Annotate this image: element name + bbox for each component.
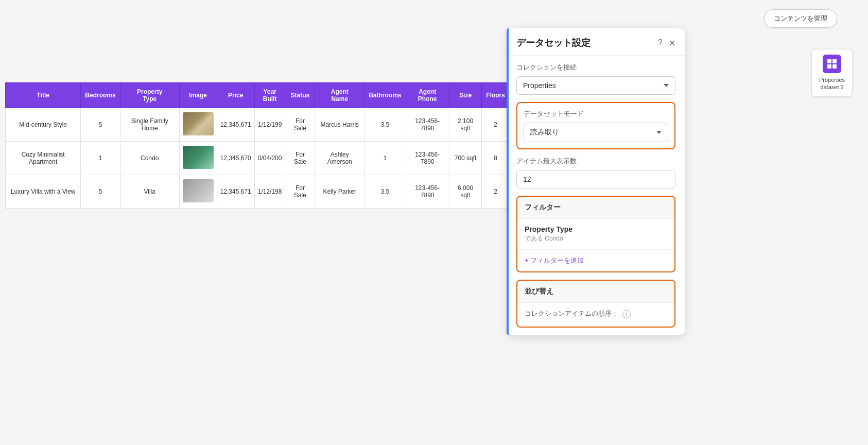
dataset-icon[interactable]: Properties dataset 2 [811, 49, 853, 97]
dataset-icon-image [823, 55, 841, 73]
table-container: Title Bedrooms PropertyType Image Price … [5, 82, 510, 209]
svg-rect-0 [827, 59, 831, 63]
cell-bedrooms: 5 [81, 108, 120, 142]
sort-body: コレクションアイテムの順序： i [517, 303, 674, 327]
mode-dropdown[interactable]: 読み取り [524, 123, 668, 142]
filter-condition-value: である Condo [525, 234, 667, 243]
col-floors: Floors [482, 83, 510, 108]
cell-property-type: Condo [120, 142, 179, 175]
col-agent-phone: AgentPhone [406, 83, 449, 108]
col-agent-name: AgentName [315, 83, 364, 108]
max-items-input[interactable] [516, 170, 675, 189]
cell-agent-name: Kelly Parker [315, 175, 364, 209]
table-header-row: Title Bedrooms PropertyType Image Price … [6, 83, 510, 108]
col-property-type: PropertyType [120, 83, 179, 108]
col-image: Image [179, 83, 217, 108]
col-bathrooms: Bathrooms [364, 83, 406, 108]
sort-section: 並び替え コレクションアイテムの順序： i [516, 280, 675, 328]
dataset-settings-panel: データセット設定 ? ✕ コレクションを接続 Properties データセット… [507, 28, 685, 335]
table-row: Cozy Minimalist Apartment 1 Condo 12,345… [6, 142, 510, 175]
cell-title: Cozy Minimalist Apartment [6, 142, 81, 175]
panel-title: データセット設定 [516, 37, 591, 49]
cell-bedrooms: 1 [81, 142, 120, 175]
cell-image [179, 175, 217, 209]
filter-item: Property Type である Condo [517, 219, 674, 250]
cell-year-built: 0/04/200 [254, 142, 285, 175]
dataset-icon-label: Properties dataset 2 [816, 76, 848, 91]
cell-size: 2,100 sqft [449, 108, 481, 142]
properties-table: Title Bedrooms PropertyType Image Price … [5, 82, 510, 209]
collection-dropdown[interactable]: Properties [516, 76, 675, 95]
cell-bathrooms: 3.5 [364, 175, 406, 209]
dataset-mode-section: データセットモード 読み取り [516, 102, 675, 149]
filter-header: フィルター [517, 197, 674, 219]
cell-size: 6,000 sqft [449, 175, 481, 209]
cell-bathrooms: 1 [364, 142, 406, 175]
filter-section: フィルター Property Type である Condo + フィルターを追加 [516, 196, 675, 272]
cell-floors: 8 [482, 142, 510, 175]
panel-header: データセット設定 ? ✕ [507, 28, 685, 56]
cell-floors: 2 [482, 108, 510, 142]
cell-size: 700 sqft [449, 142, 481, 175]
cell-agent-phone: 123-456-7890 [406, 175, 449, 209]
max-items-section: アイテム最大表示数 [516, 157, 675, 189]
main-area: コンテンツを管理 Properties dataset 2 Title Bedr… [0, 0, 868, 445]
manage-content-button[interactable]: コンテンツを管理 [764, 9, 837, 28]
sort-header: 並び替え [517, 281, 674, 303]
cell-agent-phone: 123-456-7890 [406, 142, 449, 175]
table-row: Luxury Villa with a View 5 Villa 12,345,… [6, 175, 510, 209]
mode-value: 読み取り [530, 128, 559, 137]
cell-agent-phone: 123-456-7890 [406, 108, 449, 142]
cell-status: For Sale [285, 108, 315, 142]
filter-field-label: Property Type [525, 225, 667, 233]
cell-property-type: Villa [120, 175, 179, 209]
cell-property-type: Single Family Home [120, 108, 179, 142]
chevron-down-icon [664, 84, 669, 87]
cell-image [179, 108, 217, 142]
svg-rect-3 [832, 64, 837, 69]
cell-image [179, 142, 217, 175]
dataset-mode-label: データセットモード [524, 109, 668, 118]
cell-title: Mid-century Style [6, 108, 81, 142]
mode-chevron-icon [656, 131, 662, 134]
sort-body-label: コレクションアイテムの順序： i [525, 309, 667, 318]
svg-rect-1 [832, 59, 837, 63]
col-title: Title [6, 83, 81, 108]
close-icon[interactable]: ✕ [669, 38, 675, 48]
add-filter-link[interactable]: + フィルターを追加 [517, 250, 674, 271]
cell-price: 12,345,671 [217, 108, 254, 142]
cell-agent-name: Marcus Harris [315, 108, 364, 142]
panel-body: コレクションを接続 Properties データセットモード 読み取り アイテム… [507, 56, 685, 335]
panel-header-icons: ? ✕ [658, 38, 675, 48]
cell-agent-name: Ashley Amerson [315, 142, 364, 175]
cell-price: 12,345,671 [217, 175, 254, 209]
cell-year-built: 1/12/199 [254, 108, 285, 142]
cell-bathrooms: 3.5 [364, 108, 406, 142]
collection-value: Properties [523, 81, 556, 90]
max-items-label: アイテム最大表示数 [516, 157, 675, 166]
cell-price: 12,345,670 [217, 142, 254, 175]
connect-collection-label: コレクションを接続 [516, 63, 675, 72]
cell-floors: 2 [482, 175, 510, 209]
help-icon[interactable]: ? [658, 38, 663, 47]
col-price: Price [217, 83, 254, 108]
info-icon[interactable]: i [622, 310, 631, 318]
cell-status: For Sale [285, 142, 315, 175]
cell-bedrooms: 5 [81, 175, 120, 209]
cell-status: For Sale [285, 175, 315, 209]
table-row: Mid-century Style 5 Single Family Home 1… [6, 108, 510, 142]
col-bedrooms: Bedrooms [81, 83, 120, 108]
svg-rect-2 [827, 64, 831, 69]
cell-title: Luxury Villa with a View [6, 175, 81, 209]
col-year-built: YearBuilt [254, 83, 285, 108]
col-status: Status [285, 83, 315, 108]
cell-year-built: 1/12/198 [254, 175, 285, 209]
col-size: Size [449, 83, 481, 108]
